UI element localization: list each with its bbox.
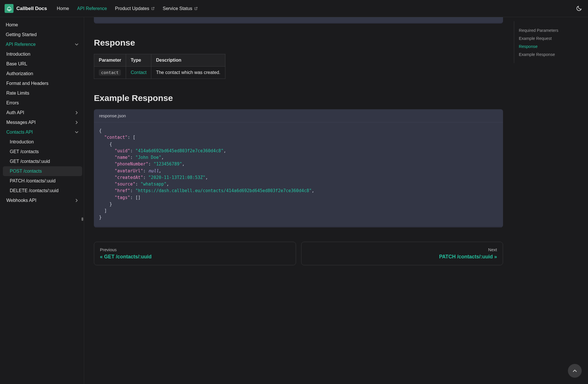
theme-toggle[interactable] (574, 4, 583, 13)
nav-product-updates[interactable]: Product Updates (115, 6, 155, 11)
moon-icon (576, 5, 582, 12)
pager-next-title: PATCH /contacts/:uuid » (307, 254, 497, 260)
brand-title: Callbell Docs (16, 6, 47, 11)
param-desc: The contact which was created. (151, 67, 225, 79)
sidebar-scrollbar[interactable] (82, 217, 83, 221)
heading-response: Response (94, 38, 503, 48)
type-link[interactable]: Contact (131, 70, 146, 75)
chevron-right-icon (74, 110, 79, 115)
heading-example-response: Example Response (94, 93, 503, 103)
sidebar-item-api-reference[interactable]: API Reference (3, 40, 82, 49)
chevron-right-icon (74, 120, 79, 125)
code-filename: response.json (94, 109, 503, 122)
code-body: { "contact": [ { "uuid": "414a6d692bd645… (94, 122, 503, 227)
sidebar-item-format[interactable]: Format and Headers (3, 79, 82, 88)
param-code: contact (99, 69, 121, 76)
toc-example-response[interactable]: Example Response (519, 50, 581, 59)
chevron-right-icon (74, 198, 79, 203)
sidebar-item-auth-api[interactable]: Auth API (3, 108, 82, 118)
sidebar-item-delete-contacts[interactable]: DELETE /contacts/:uuid (3, 186, 82, 196)
table-row: contact Contact The contact which was cr… (94, 67, 225, 79)
sidebar-item-webhooks-api[interactable]: Webhooks API (3, 196, 82, 205)
sidebar-item-get-contacts[interactable]: GET /contacts (3, 147, 82, 157)
nav-service-status[interactable]: Service Status (163, 6, 198, 11)
nav-home[interactable]: Home (57, 6, 69, 11)
sidebar-item-home[interactable]: Home (3, 20, 82, 30)
th-parameter: Parameter (94, 54, 126, 67)
sidebar-item-messages-api[interactable]: Messages API (3, 118, 82, 127)
sidebar-item-contacts-intro[interactable]: Introduction (3, 137, 82, 147)
sidebar-item-rate-limits[interactable]: Rate Limits (3, 88, 82, 98)
sidebar-item-errors[interactable]: Errors (3, 98, 82, 108)
toc-required-parameters[interactable]: Required Parameters (519, 26, 581, 34)
sidebar-item-getting-started[interactable]: Getting Started (3, 30, 82, 40)
toc-example-request[interactable]: Example Request (519, 34, 581, 42)
sidebar-item-get-contacts-uuid[interactable]: GET /contacts/:uuid (3, 157, 82, 166)
nav-service-status-label: Service Status (163, 6, 192, 11)
response-table: Parameter Type Description contact Conta… (94, 54, 225, 79)
brand-logo-wrap[interactable]: Callbell Docs (5, 4, 47, 13)
th-type: Type (126, 54, 151, 67)
pagination: Previous « GET /contacts/:uuid Next PATC… (94, 242, 503, 265)
external-link-icon (151, 7, 155, 10)
external-link-icon (194, 7, 198, 10)
chevron-down-icon (74, 42, 79, 47)
previous-codeblock-edge (94, 17, 503, 24)
sidebar-item-introduction[interactable]: Introduction (3, 49, 82, 59)
nav-api-reference[interactable]: API Reference (77, 6, 107, 11)
chevron-up-icon (572, 368, 578, 374)
scroll-to-top-button[interactable] (568, 364, 582, 378)
pager-next[interactable]: Next PATCH /contacts/:uuid » (301, 242, 503, 265)
sidebar-item-base-url[interactable]: Base URL (3, 59, 82, 69)
chevron-down-icon (74, 130, 79, 135)
sidebar-item-patch-contacts[interactable]: PATCH /contacts/:uuid (3, 176, 82, 186)
pager-prev-title: « GET /contacts/:uuid (100, 254, 290, 260)
code-block: response.json { "contact": [ { "uuid": "… (94, 109, 503, 227)
sidebar: Home Getting Started API Reference Intro… (0, 17, 84, 384)
nav-product-updates-label: Product Updates (115, 6, 149, 11)
sidebar-item-authorization[interactable]: Authorization (3, 69, 82, 79)
sidebar-item-post-contacts[interactable]: POST /contacts (3, 166, 82, 176)
pager-next-label: Next (307, 247, 497, 252)
main-content: Response Parameter Type Description cont… (84, 17, 513, 384)
th-description: Description (151, 54, 225, 67)
table-of-contents: Required Parameters Example Request Resp… (514, 21, 585, 63)
pager-prev-label: Previous (100, 247, 290, 252)
pager-previous[interactable]: Previous « GET /contacts/:uuid (94, 242, 296, 265)
svg-rect-0 (7, 9, 11, 10)
sidebar-item-contacts-api[interactable]: Contacts API (3, 127, 82, 137)
toc-response[interactable]: Response (519, 42, 581, 50)
bell-logo-icon (5, 4, 13, 13)
